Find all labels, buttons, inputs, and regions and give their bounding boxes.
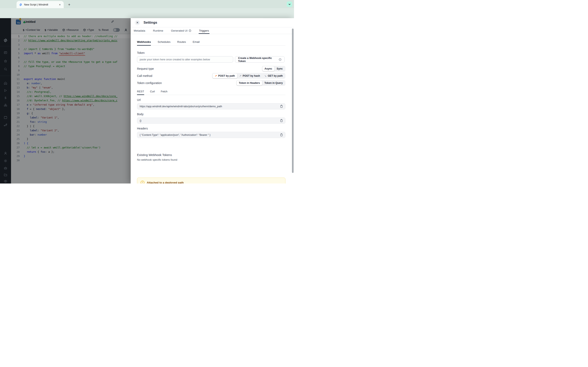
drawer-backdrop[interactable]	[0, 18, 131, 184]
close-drawer-icon[interactable]: ✕	[135, 20, 140, 25]
body-label: Body	[137, 113, 285, 116]
option-get-by-path[interactable]: ↘GET by path	[262, 73, 285, 78]
snippet-tab-rest[interactable]: REST	[137, 90, 144, 95]
warning-title: Attached to a deployed path	[147, 181, 184, 184]
tab-triggers[interactable]: Triggers	[199, 27, 209, 34]
headers-label: Headers	[137, 127, 285, 130]
arrow-icon: ↗	[240, 75, 242, 77]
token-label: Token	[137, 51, 285, 54]
url-field[interactable]: https://app.windmill.dev/api/w/windmill-…	[137, 103, 285, 109]
subtab-schedules[interactable]: Schedules	[158, 40, 171, 45]
tab-runtime[interactable]: Runtime	[153, 27, 164, 34]
new-tab-button[interactable]: +	[67, 2, 72, 7]
existing-tokens-empty: No webhook specific tokens found	[137, 158, 285, 161]
snippet-tab-curl[interactable]: Curl	[150, 90, 155, 95]
tab-generated-ui[interactable]: Generated UI	[171, 27, 192, 34]
option-post-by-hash[interactable]: ↗POST by hash	[237, 73, 262, 78]
option-post-by-path[interactable]: ↗POST by path	[213, 73, 237, 78]
tab-metadata[interactable]: Metadata	[133, 27, 146, 34]
option-sync[interactable]: Sync	[274, 66, 285, 71]
subtab-email[interactable]: Email	[193, 40, 200, 45]
screen: New Script | Windmill × + ← → ↻ app.wind…	[0, 0, 294, 184]
create-webhook-token-button[interactable]: Create a Webhook-specific Token	[235, 56, 285, 63]
arrow-icon: ↗	[215, 75, 217, 77]
call-method-label: Call method	[137, 74, 152, 77]
tab-title: New Script | Windmill	[24, 3, 58, 6]
copy-clipboard-icon[interactable]	[280, 133, 283, 136]
deployed-path-warning: Attached to a deployed path The webhooks…	[137, 178, 285, 184]
browser-tabstrip: New Script | Windmill × +	[0, 0, 294, 8]
existing-tokens-title: Existing Webhook Tokens	[137, 153, 285, 157]
info-icon	[189, 29, 191, 32]
drawer-header: ✕ Settings	[131, 18, 294, 27]
tab-close-icon[interactable]: ×	[58, 3, 62, 7]
warning-icon	[140, 180, 145, 184]
browser-navbar: ← → ↻ app.windmill.dev/scripts/add#JTdCJ…	[0, 8, 294, 18]
body-value: {}	[140, 119, 278, 122]
drawer-title: Settings	[144, 21, 157, 25]
app-body: $→ TS 👶 Untitled $+Context Var$+Variable…	[0, 18, 294, 184]
drawer-scrollbar[interactable]	[292, 29, 294, 173]
option-token-in-query[interactable]: Token in Query	[262, 81, 285, 85]
option-token-in-headers[interactable]: Token in Headers	[237, 81, 262, 85]
headers-value: { "Content-Type": "application/json", "A…	[140, 133, 278, 136]
subtab-routes[interactable]: Routes	[177, 40, 186, 45]
drawer-content: WebhooksSchedulesRoutesEmail Token Creat…	[131, 40, 294, 184]
body-field[interactable]: {}	[137, 117, 285, 124]
request-type-label: Request type	[137, 67, 154, 70]
token-configuration-label: Token configuration	[137, 81, 162, 85]
windmill-favicon	[19, 3, 22, 6]
snippet-tab-fetch[interactable]: Fetch	[161, 90, 168, 95]
settings-drawer: ✕ Settings MetadataRuntimeGenerated UITr…	[131, 18, 294, 184]
tab-search-chevron-icon[interactable]	[287, 1, 292, 7]
arrow-icon: ↘	[264, 75, 267, 77]
option-async[interactable]: Async	[262, 66, 275, 71]
subtab-webhooks[interactable]: Webhooks	[137, 40, 151, 45]
copy-clipboard-icon[interactable]	[280, 119, 283, 122]
info-icon	[279, 58, 282, 61]
copy-clipboard-icon[interactable]	[280, 105, 283, 108]
current-line-highlight	[11, 34, 131, 38]
url-label: Url	[137, 98, 285, 101]
url-value: https://app.windmill.dev/api/w/windmill-…	[140, 105, 278, 108]
headers-field[interactable]: { "Content-Type": "application/json", "A…	[137, 132, 285, 138]
browser-tab[interactable]: New Script | Windmill ×	[17, 1, 64, 8]
token-input[interactable]	[137, 56, 233, 63]
